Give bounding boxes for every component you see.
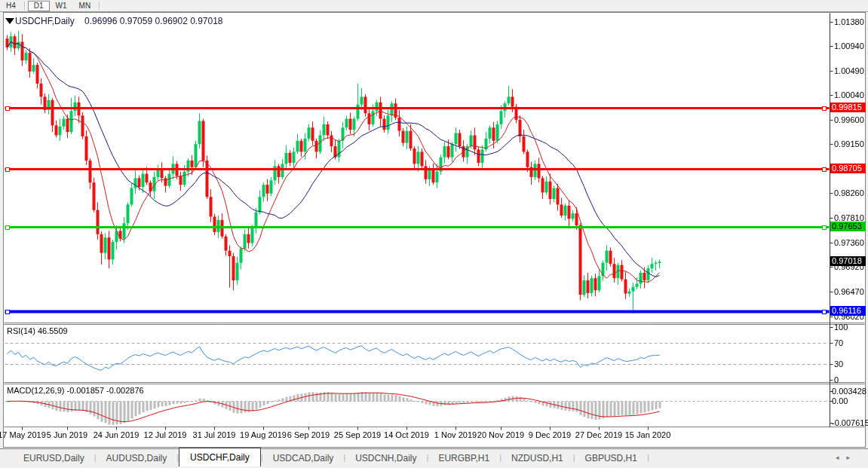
date-label: 31 Jul 2019 [188, 430, 241, 439]
chart-canvas[interactable] [0, 0, 868, 468]
macd-indicator-label: MACD(12,26,9) -0.001857 -0.002876 [7, 386, 144, 395]
date-label: 12 Jul 2019 [139, 430, 192, 439]
rsi-tick-label: 70 [834, 338, 843, 347]
date-label: 14 Oct 2019 [380, 430, 433, 439]
tab-arrows: ◂▸ [836, 454, 857, 461]
tab-audusd-daily[interactable]: AUDUSD,Daily [97, 450, 177, 466]
rsi-tick-label: 30 [834, 359, 843, 369]
price-tick-label: 0.97360 [834, 238, 864, 247]
tab-usdchf-daily[interactable]: USDCHF,Daily [179, 448, 261, 466]
tab-usdcad-daily[interactable]: USDCAD,Daily [263, 450, 344, 466]
date-label: 25 Sep 2019 [331, 430, 384, 439]
toolbar-separator [99, 2, 100, 10]
rsi-tick-label: 100 [834, 323, 848, 332]
price-tick-label: 0.99150 [834, 139, 864, 148]
chart-symbol-label: USDCHF,Daily [15, 16, 75, 26]
price-tick-label: 1.00490 [834, 66, 864, 75]
timeframe-button-mn[interactable]: MN [73, 1, 97, 11]
macd-tick-label: 0.00 [832, 396, 848, 405]
toolbar-separator [24, 2, 26, 10]
price-level-badge: 0.99815 [830, 102, 866, 112]
price-level-badge: 0.96116 [830, 306, 866, 316]
macd-tick-label: 0.003428 [832, 387, 866, 396]
price-tick-label: 1.00040 [834, 90, 864, 99]
symbol-marker-icon [5, 18, 14, 24]
tab-eurgbp-h1[interactable]: EURGBP,H1 [428, 450, 499, 466]
chart-title: USDCHF,Daily 0.96996 0.97059 0.96902 0.9… [15, 16, 223, 26]
tab-eurusd-daily[interactable]: EURUSD,Daily [14, 450, 94, 466]
price-tick-label: 1.01380 [834, 17, 864, 26]
price-tick-label: 0.96470 [834, 287, 864, 296]
timeframe-button-d1[interactable]: D1 [28, 1, 50, 11]
date-label: 27 Dec 2019 [572, 430, 625, 439]
timeframe-toolbar: H4D1W1MN [0, 0, 868, 12]
tab-separator: | [647, 453, 649, 462]
date-label: 9 Dec 2019 [523, 430, 576, 439]
rsi-indicator-label: RSI(14) 46.5509 [7, 326, 68, 335]
price-level-badge: 0.97653 [830, 222, 866, 231]
metatrader-window: { "toolbar": { "buttons": [ {"label": "H… [0, 0, 868, 468]
date-label: 5 Jun 2019 [41, 430, 94, 439]
price-level-badge: 0.97018 [830, 256, 866, 266]
price-tick-label: 1.00940 [834, 41, 864, 50]
date-label: 20 Nov 2019 [474, 430, 527, 439]
price-tick-label: 0.99600 [834, 115, 864, 124]
timeframe-button-w1[interactable]: W1 [50, 1, 73, 11]
tab-usdcnh-daily[interactable]: USDCNH,Daily [345, 450, 426, 466]
price-level-badge: 0.98705 [830, 164, 866, 173]
date-label: 24 Jun 2019 [90, 430, 143, 439]
tab-gbpusd-h1[interactable]: GBPUSD,H1 [575, 450, 647, 466]
rsi-tick-label: 0 [834, 375, 839, 384]
date-label: 6 Sep 2019 [282, 430, 335, 439]
timeframe-button-h4[interactable]: H4 [0, 1, 22, 11]
tabs-scroll-left-icon[interactable]: ◂ [836, 454, 847, 461]
date-label: 15 Jan 2020 [621, 430, 674, 439]
chart-ohlc-values: 0.96996 0.97059 0.96902 0.97018 [84, 16, 223, 26]
macd-tick-label: -0.007615 [832, 418, 868, 427]
tab-nzdusd-h1[interactable]: NZDUSD,H1 [501, 450, 573, 466]
chart-tab-bar: EURUSD,Daily|AUDUSD,Daily|USDCHF,Daily|U… [0, 448, 868, 468]
tabs-scroll-right-icon[interactable]: ▸ [846, 454, 857, 461]
price-tick-label: 0.98260 [834, 188, 864, 197]
